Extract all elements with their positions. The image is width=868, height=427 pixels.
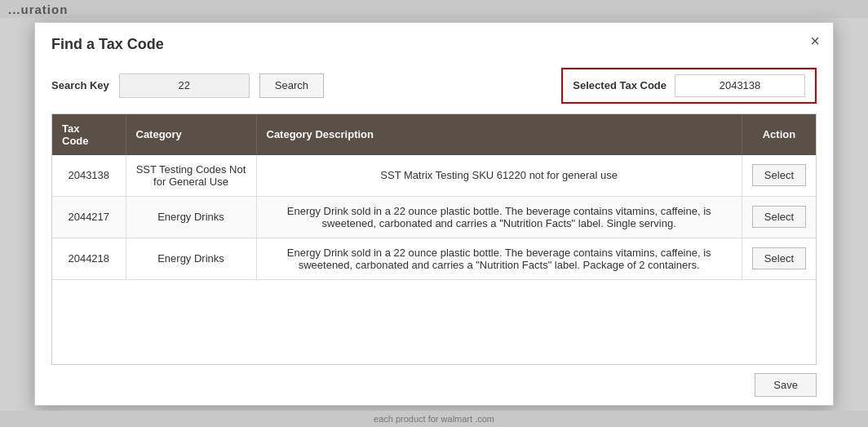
modal-title: Find a Tax Code xyxy=(51,36,164,52)
select-button-2[interactable]: Select xyxy=(752,247,806,269)
table-row: 2044217Energy DrinksEnergy Drink sold in… xyxy=(52,196,816,238)
cell-action: Select xyxy=(742,155,816,197)
cell-action: Select xyxy=(742,238,816,279)
modal-header: Find a Tax Code × xyxy=(35,23,833,61)
modal-footer: Save xyxy=(35,365,833,405)
page-title: ...uration xyxy=(8,2,68,16)
cell-category: Energy Drinks xyxy=(126,238,256,279)
search-input[interactable] xyxy=(119,73,250,98)
search-key-label: Search Key xyxy=(51,79,109,91)
page-background: ...uration Find a Tax Code × Search Key … xyxy=(0,0,868,427)
search-bar: Search Key Search Selected Tax Code xyxy=(35,61,833,113)
select-button-1[interactable]: Select xyxy=(752,206,806,228)
selected-tax-label: Selected Tax Code xyxy=(573,79,666,91)
search-button[interactable]: Search xyxy=(259,73,324,98)
cell-description: Energy Drink sold in a 22 ounce plastic … xyxy=(256,238,742,279)
page-title-bar: ...uration xyxy=(0,0,868,18)
cell-description: Energy Drink sold in a 22 ounce plastic … xyxy=(256,196,742,238)
select-button-0[interactable]: Select xyxy=(752,164,806,186)
cell-tax-code: 2044217 xyxy=(52,196,126,238)
table-row: 2043138SST Testing Codes Not for General… xyxy=(52,155,816,197)
col-header-category: Category xyxy=(126,114,256,155)
bottom-bar: each product for walmart .com xyxy=(0,411,868,427)
save-button[interactable]: Save xyxy=(755,373,817,397)
table-row: 2044218Energy DrinksEnergy Drink sold in… xyxy=(52,238,816,279)
selected-tax-value xyxy=(675,74,805,97)
table-header-row: TaxCode Category Category Description Ac… xyxy=(52,114,816,155)
table-scroll-area[interactable]: TaxCode Category Category Description Ac… xyxy=(52,114,816,364)
modal-dialog: Find a Tax Code × Search Key Search Sele… xyxy=(34,22,834,406)
selected-tax-code-section: Selected Tax Code xyxy=(561,68,817,104)
cell-tax-code: 2044218 xyxy=(52,238,126,279)
col-header-action: Action xyxy=(742,114,816,155)
tax-code-table: TaxCode Category Category Description Ac… xyxy=(52,114,816,280)
tax-code-table-container: TaxCode Category Category Description Ac… xyxy=(51,113,817,365)
bottom-text: each product for walmart .com xyxy=(374,414,494,424)
col-header-tax-code: TaxCode xyxy=(52,114,126,155)
close-button[interactable]: × xyxy=(810,33,820,49)
cell-category: SST Testing Codes Not for General Use xyxy=(126,155,256,197)
cell-category: Energy Drinks xyxy=(126,196,256,238)
cell-tax-code: 2043138 xyxy=(52,155,126,197)
cell-description: SST Matrix Testing SKU 61220 not for gen… xyxy=(256,155,742,197)
cell-action: Select xyxy=(742,196,816,238)
col-header-description: Category Description xyxy=(256,114,742,155)
